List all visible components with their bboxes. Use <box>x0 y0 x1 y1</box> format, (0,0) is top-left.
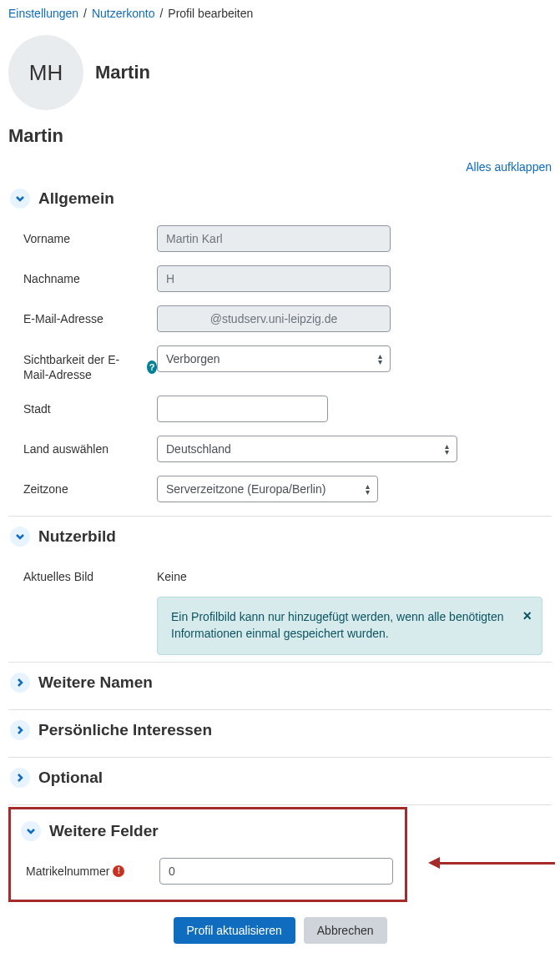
cancel-button[interactable]: Abbrechen <box>304 917 387 944</box>
info-box-profilbild: Ein Profilbild kann nur hinzugefügt werd… <box>157 597 542 654</box>
section-title-nutzerbild: Nutzerbild <box>38 527 116 546</box>
expand-all-container: Alles aufklappen <box>8 160 552 174</box>
breadcrumb: Einstellungen/Nutzerkonto/Profil bearbei… <box>8 7 552 20</box>
chevron-down-icon <box>10 189 30 209</box>
arrow-annotation <box>438 862 555 865</box>
email-input <box>157 305 391 332</box>
close-icon[interactable]: × <box>522 606 532 627</box>
breadcrumb-link-account[interactable]: Nutzerkonto <box>92 7 154 20</box>
avatar: MH <box>8 35 83 110</box>
divider <box>8 757 552 758</box>
divider <box>8 709 552 710</box>
chevron-down-icon <box>21 821 41 841</box>
label-land: Land auswählen <box>23 436 157 456</box>
stadt-input[interactable] <box>157 396 328 422</box>
nachname-input <box>157 265 391 292</box>
section-title-weitere-felder: Weitere Felder <box>49 822 159 840</box>
visibility-select[interactable]: Verborgen <box>157 345 391 372</box>
section-toggle-nutzerbild[interactable]: Nutzerbild <box>8 518 552 557</box>
label-aktuelles-bild: Aktuelles Bild <box>23 563 157 583</box>
section-toggle-interessen[interactable]: Persönliche Interessen <box>8 712 552 750</box>
zeitzone-select[interactable]: Serverzeitzone (Europa/Berlin) <box>157 476 378 502</box>
label-email: E-Mail-Adresse <box>23 305 157 325</box>
highlight-annotation: Weitere Felder Matrikelnummer ! <box>8 807 407 902</box>
section-title-optional: Optional <box>38 769 103 787</box>
section-toggle-weitere-namen[interactable]: Weitere Namen <box>8 664 552 703</box>
divider <box>8 804 552 805</box>
label-zeitzone: Zeitzone <box>23 476 157 496</box>
section-toggle-optional[interactable]: Optional <box>8 759 552 798</box>
section-toggle-weitere-felder[interactable]: Weitere Felder <box>16 813 400 851</box>
chevron-right-icon <box>10 720 30 740</box>
divider <box>8 662 552 663</box>
page-title: Martin <box>8 125 552 147</box>
required-icon: ! <box>113 865 124 877</box>
profile-name: Martin <box>95 62 150 83</box>
save-button[interactable]: Profil aktualisieren <box>174 917 295 944</box>
button-row: Profil aktualisieren Abbrechen <box>8 917 552 944</box>
vorname-input <box>157 225 391 252</box>
expand-all-link[interactable]: Alles aufklappen <box>466 160 552 174</box>
label-vorname: Vorname <box>23 225 157 245</box>
label-matrikelnummer: Matrikelnummer ! <box>26 858 159 878</box>
divider <box>8 516 552 517</box>
profile-header: MH Martin <box>8 35 552 110</box>
chevron-right-icon <box>10 673 30 693</box>
aktuelles-bild-value: Keine <box>157 570 187 583</box>
breadcrumb-current: Profil bearbeiten <box>168 7 253 20</box>
breadcrumb-link-settings[interactable]: Einstellungen <box>8 7 78 20</box>
chevron-down-icon <box>10 527 30 547</box>
section-title-weitere-namen: Weitere Namen <box>38 673 153 692</box>
land-select[interactable]: Deutschland <box>157 436 457 462</box>
chevron-right-icon <box>10 768 30 788</box>
section-toggle-general[interactable]: Allgemein <box>8 180 552 219</box>
help-icon[interactable]: ? <box>147 360 157 374</box>
label-visibility: Sichtbarkeit der E-Mail-Adresse ? <box>23 345 157 382</box>
section-title-interessen: Persönliche Interessen <box>38 721 212 739</box>
label-nachname: Nachname <box>23 265 157 285</box>
label-stadt: Stadt <box>23 396 157 416</box>
matrikelnummer-input[interactable] <box>159 858 393 885</box>
section-title-general: Allgemein <box>38 189 114 208</box>
